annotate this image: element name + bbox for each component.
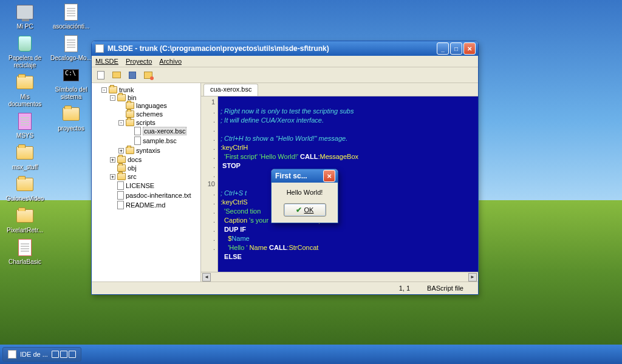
tree-root[interactable]: -trunk [101, 86, 199, 93]
tree-node-schemes[interactable]: schemes [118, 110, 199, 118]
tree-node-sample[interactable]: sample.bsc [127, 136, 199, 145]
task-window-icon [60, 351, 67, 358]
folder-icon [126, 110, 134, 118]
editor-area: cua-xerox.bsc 1........ 10....... ; Righ… [201, 83, 478, 281]
desktop-icon-papelera[interactable]: Papelera de reciclaje [4, 34, 46, 69]
tree-node-languages[interactable]: languages [118, 102, 199, 109]
save-icon [129, 72, 136, 79]
messagebox-dialog: First sc... ✕ Hello World! ✔ OK [271, 169, 338, 223]
tab-cua-xerox[interactable]: cua-xerox.bsc [203, 84, 258, 96]
tree-node-license[interactable]: LICENSE [110, 181, 199, 190]
tree-node-syntaxis[interactable]: +syntaxis [118, 147, 199, 154]
folder-icon [126, 119, 134, 126]
file-icon [117, 181, 124, 190]
desktop-icon-asociacion[interactable]: asociaciónti... [50, 2, 92, 30]
dialog-title: First sc... [275, 172, 323, 180]
app-icon [95, 44, 104, 53]
desktop-icon-guionesvideo[interactable]: GuionesVideo [4, 175, 46, 203]
code-editor[interactable]: 1........ 10....... ; Right now it is on… [201, 96, 478, 272]
folder-icon [16, 178, 33, 191]
tree-node-scripts[interactable]: -scripts [118, 119, 199, 126]
app-icon [18, 113, 32, 130]
ok-button[interactable]: ✔ OK [284, 203, 326, 217]
tree-node-obj[interactable]: obj [110, 164, 199, 172]
folder-icon [16, 209, 33, 223]
file-icon [134, 127, 141, 135]
task-window-icon [69, 351, 76, 358]
collapse-icon[interactable]: - [101, 87, 107, 93]
tree-node-bin[interactable]: -bin [110, 94, 199, 101]
cmd-icon: C:\ [63, 69, 79, 81]
collapse-icon[interactable]: - [118, 120, 124, 126]
menu-proyecto[interactable]: Proyecto [126, 58, 152, 65]
folder-icon [117, 94, 126, 101]
expand-icon[interactable]: + [110, 174, 115, 180]
pc-icon [16, 5, 33, 19]
desktop-icons-col1: Mi PC Papelera de reciclaje Mis document… [4, 2, 46, 266]
desktop-icon-proyectos[interactable]: proyectos [50, 104, 92, 132]
expand-icon[interactable]: + [118, 148, 124, 153]
tree-node-docs[interactable]: +docs [110, 156, 199, 163]
document-icon [64, 4, 78, 21]
menu-archivo[interactable]: Archivo [159, 58, 182, 65]
desktop-icon-pixelart[interactable]: PixelartRetr... [4, 206, 46, 234]
menubar: MLSDE Proyecto Archivo [92, 56, 478, 67]
menu-mlsde[interactable]: MLSDE [95, 58, 118, 65]
expand-icon[interactable]: + [110, 157, 115, 163]
tree-node-readme[interactable]: README.md [110, 201, 199, 209]
desktop-icons-col2: asociaciónti... Decalogo-Mo... C:\Símbol… [50, 2, 92, 132]
check-icon: ✔ [296, 206, 302, 214]
folder-icon [117, 164, 126, 172]
desktop-icon-charlabasic[interactable]: CharlaBasic [4, 238, 46, 266]
minimize-button[interactable]: _ [437, 42, 449, 55]
task-window-icon [52, 351, 59, 358]
run-icon [144, 72, 152, 79]
folder-icon [117, 173, 126, 180]
folder-icon [16, 146, 33, 160]
dialog-close-button[interactable]: ✕ [323, 170, 335, 182]
maximize-button[interactable]: □ [450, 42, 462, 55]
desktop-icon-msys[interactable]: MSYS [4, 112, 46, 140]
code-content[interactable]: ; Right now it is only to test the scrip… [218, 96, 478, 272]
open-folder-icon [112, 72, 121, 78]
file-icon [117, 201, 124, 209]
titlebar[interactable]: MLSDE - trunk (C:\programacion\proyectos… [92, 41, 478, 56]
desktop-icon-simbolo-sistema[interactable]: C:\Símbolo del sistema [50, 66, 92, 101]
desktop-icon-msx-stuff[interactable]: msx_stuff [4, 143, 46, 171]
folder-icon [16, 76, 33, 89]
desktop-icon-mis-documentos[interactable]: Mis documentos [4, 73, 46, 108]
scroll-right-button[interactable]: ► [468, 273, 477, 281]
toolbar-open-button[interactable] [111, 70, 122, 81]
taskbar[interactable]: IDE de ... [0, 345, 622, 364]
desktop-icon-mi-pc[interactable]: Mi PC [4, 2, 46, 30]
scroll-left-button[interactable]: ◄ [202, 273, 211, 281]
tree-node-cua-xerox[interactable]: cua-xerox.bsc [127, 127, 199, 135]
file-icon [134, 136, 141, 145]
desktop-icon-decalogo[interactable]: Decalogo-Mo... [50, 34, 92, 62]
editor-tabs: cua-xerox.bsc [201, 83, 478, 96]
statusbar: 1, 1 BAScript file [92, 281, 478, 294]
dialog-titlebar[interactable]: First sc... ✕ [272, 169, 338, 183]
document-icon [64, 35, 78, 52]
taskbar-task-ide[interactable]: IDE de ... [2, 347, 81, 362]
toolbar-run-button[interactable] [143, 70, 154, 81]
toolbar-new-button[interactable] [95, 70, 106, 81]
dialog-message: Hello World! [287, 189, 323, 196]
folder-icon [126, 102, 134, 109]
close-button[interactable]: ✕ [463, 42, 476, 55]
recycle-bin-icon [18, 36, 32, 52]
file-type: BAScript file [427, 285, 463, 292]
folder-icon [109, 86, 117, 93]
tree-node-src[interactable]: +src [110, 173, 199, 180]
collapse-icon[interactable]: - [110, 95, 115, 101]
toolbar-save-button[interactable] [127, 70, 138, 81]
document-icon [18, 239, 32, 256]
toolbar [92, 67, 478, 83]
tree-node-pasdoc[interactable]: pasdoc-inheritance.txt [110, 191, 199, 200]
new-document-icon [97, 71, 104, 79]
horizontal-scrollbar[interactable]: ◄ ► [201, 272, 478, 281]
folder-icon [126, 147, 134, 154]
line-gutter: 1........ 10....... [201, 96, 218, 272]
file-icon [117, 191, 124, 200]
project-tree[interactable]: -trunk -bin languages schemes -scripts c… [92, 83, 201, 281]
